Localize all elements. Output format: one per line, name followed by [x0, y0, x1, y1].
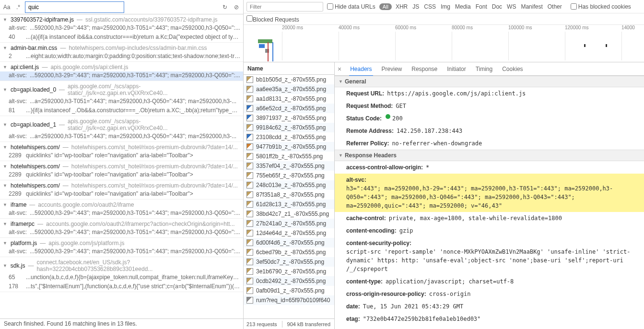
tab-headers[interactable]: Headers: [349, 63, 373, 76]
request-row[interactable]: 755eb65f_z_-870x555.png: [244, 171, 334, 180]
request-row[interactable]: 87f351a8_z_-870x555.png: [244, 190, 334, 200]
result-line[interactable]: alt-svc:...592000,h3-29=":443"; ma=25920…: [0, 228, 243, 237]
requests-header[interactable]: Name: [244, 62, 334, 75]
result-file-header[interactable]: ▼api:client.js—apis.google.com/js/api:cl…: [0, 62, 243, 71]
filter-type-ws[interactable]: WS: [507, 3, 516, 10]
result-line[interactable]: alt-svc:...592000,h3-29=":443"; ma=25920…: [0, 247, 243, 257]
filter-input[interactable]: [246, 2, 323, 12]
request-row[interactable]: 99184c62_z_-870x555.png: [244, 123, 334, 132]
section-response-headers[interactable]: ▼Response Headers: [335, 150, 644, 161]
file-icon: [246, 249, 253, 256]
filter-bar-2: Blocked Requests: [244, 13, 644, 25]
file-icon: [246, 172, 253, 179]
requests-list: Name bb1b505d_z_-870x555.pngaa6ee35a_z_-…: [244, 62, 335, 329]
request-row[interactable]: 6d00f4d6_z_-870x555.png: [244, 238, 334, 247]
request-row[interactable]: 0cdb2492_z_-870x555.png: [244, 276, 334, 286]
clear-icon[interactable]: ⊘: [232, 2, 241, 12]
filter-type-doc[interactable]: Doc: [492, 3, 502, 10]
request-row[interactable]: 38971937_z_-870x555.png: [244, 113, 334, 123]
request-row[interactable]: 0afb09d1_z_-870x555.png: [244, 286, 334, 295]
request-row[interactable]: 12d4e64d_z_-870x555.png: [244, 228, 334, 238]
hide-data-urls[interactable]: Hide data URLs: [327, 3, 375, 10]
file-icon: [246, 201, 253, 208]
file-icon: [246, 143, 253, 150]
has-blocked-cookies[interactable]: Has blocked cookies: [571, 3, 631, 10]
request-row[interactable]: 6cbed79b_z_-870x555.png: [244, 247, 334, 257]
filter-type-img[interactable]: Img: [441, 3, 450, 10]
case-sensitive-toggle[interactable]: Aa: [2, 2, 12, 12]
result-file-header[interactable]: ▼hotelwhispers.com/—hotelwhispers.com/st…: [0, 142, 243, 152]
details-tabs: × HeadersPreviewResponseInitiatorTimingC…: [335, 62, 644, 76]
request-row[interactable]: 5801ff2b_z_-870x555.png: [244, 152, 334, 161]
tab-cookies[interactable]: Cookies: [501, 63, 524, 75]
result-file-header[interactable]: ▼admin-bar.min.css—hotelwhispers.com/wp-…: [0, 43, 243, 52]
result-file-header[interactable]: ▼sdk.js—connect.facebook.net/en_US/sdk.j…: [0, 257, 243, 273]
timeline-tick: 120000 ms: [565, 25, 588, 30]
result-line[interactable]: 40...(a){if(a instanceof ib&&a.construct…: [0, 33, 243, 42]
result-line[interactable]: 178...ts",["$InternalEnum"],(function(a,…: [0, 282, 243, 292]
timeline-tick: 14000: [621, 25, 635, 30]
regex-toggle[interactable]: .*: [13, 2, 23, 12]
filter-type-js[interactable]: JS: [412, 3, 419, 10]
timeline[interactable]: 20000 ms40000 ms60000 ms80000 ms100000 m…: [244, 25, 644, 62]
filter-type-font[interactable]: Font: [476, 3, 487, 10]
file-icon: [246, 182, 253, 188]
request-row[interactable]: 248c013e_z_-870x555.png: [244, 180, 334, 190]
result-file-header[interactable]: ▼iframe—accounts.google.com/o/oauth2/ifr…: [0, 200, 243, 209]
tab-preview[interactable]: Preview: [381, 63, 403, 75]
filter-all[interactable]: All: [379, 3, 392, 10]
result-line[interactable]: alt-svc:...a=2592000,h3-T051=":443"; ma=…: [0, 97, 243, 106]
request-row[interactable]: 23108cdd_z_-870x555.png: [244, 132, 334, 142]
file-icon: [246, 134, 253, 141]
request-row[interactable]: 3357ef04_z_-870x555.png: [244, 161, 334, 171]
result-file-header[interactable]: ▼hotelwhispers.com/—hotelwhispers.com/st…: [0, 180, 243, 190]
request-row[interactable]: a66e52cd_z_-870x555.png: [244, 104, 334, 113]
result-file-header[interactable]: ▼platform.js—apis.google.com/js/platform…: [0, 238, 243, 247]
result-line[interactable]: 2...eight:auto;width:auto;margin:0;paddi…: [0, 52, 243, 61]
request-row[interactable]: rum?req_id=65f97b0109f640: [244, 295, 334, 305]
search-input[interactable]: [25, 1, 124, 13]
tab-response[interactable]: Response: [410, 63, 438, 75]
result-line[interactable]: 2289quicklinks" id="wp-toolbar" role="na…: [0, 152, 243, 161]
tab-initiator[interactable]: Initiator: [446, 63, 467, 75]
result-line[interactable]: alt-svc:...592000,h3-29=":443"; ma=25920…: [0, 24, 243, 33]
request-row[interactable]: aa1d8131_z_-870x555.png: [244, 94, 334, 104]
request-row[interactable]: 61d28c13_z_-870x555.png: [244, 200, 334, 209]
refresh-icon[interactable]: ↻: [220, 2, 230, 12]
blocked-requests[interactable]: Blocked Requests: [246, 15, 299, 23]
result-line[interactable]: alt-svc:...592000,h3-29=":443"; ma=25920…: [0, 71, 243, 81]
result-line[interactable]: alt-svc:...a=2592000,h3-T051=":443"; ma=…: [0, 132, 243, 141]
file-icon: [246, 86, 253, 93]
result-line[interactable]: 2289quicklinks" id="wp-toolbar" role="na…: [0, 190, 243, 199]
result-line[interactable]: alt-svc:...592000,h3-29=":443"; ma=25920…: [0, 209, 243, 218]
requests-footer: 213 requests904 kB transferred: [244, 318, 334, 329]
result-line[interactable]: 2289quicklinks" id="wp-toolbar" role="na…: [0, 171, 243, 180]
request-row[interactable]: 3ef50dc7_z_-870x555.png: [244, 257, 334, 267]
result-file-header[interactable]: ▼cb=gapi.loaded_0—apis.google.com/_/scs/…: [0, 81, 243, 97]
result-file-header[interactable]: ▼cb=gapi.loaded_1—apis.google.com/_/scs/…: [0, 116, 243, 132]
result-file-header[interactable]: ▼iframerpc—accounts.google.com/o/oauth2/…: [0, 219, 243, 228]
filter-type-xhr[interactable]: XHR: [396, 3, 408, 10]
result-line[interactable]: 65...unction(a,b,c,d,e,f){b={ajaxpipe_to…: [0, 273, 243, 282]
close-icon[interactable]: ×: [338, 65, 341, 73]
request-row[interactable]: 38bd42c7_z1_-870x555.png: [244, 209, 334, 219]
filter-type-css[interactable]: CSS: [424, 3, 436, 10]
filter-type-other[interactable]: Other: [548, 3, 562, 10]
status-bar: Search finished. Found 16 matching lines…: [0, 318, 243, 329]
request-row[interactable]: 27b241a0_z_-870x555.png: [244, 219, 334, 228]
result-file-header[interactable]: ▼3397603572-idpiframe.js—ssl.gstatic.com…: [0, 14, 243, 24]
section-general[interactable]: ▼General: [335, 76, 644, 87]
result-line[interactable]: 81...){if(a instanceof _.Ob&&a.construct…: [0, 106, 243, 116]
result-file-header[interactable]: ▼hotelwhispers.com/—hotelwhispers.com/st…: [0, 161, 243, 171]
timeline-tick: 20000 ms: [282, 25, 303, 30]
request-row[interactable]: bb1b505d_z_-870x555.png: [244, 75, 334, 84]
file-icon: [246, 297, 253, 304]
file-icon: [246, 230, 253, 236]
filter-type-manifest[interactable]: Manifest: [521, 3, 542, 10]
request-row[interactable]: 3e1b6790_z_-870x555.png: [244, 267, 334, 276]
request-row[interactable]: aa6ee35a_z_-870x555.png: [244, 84, 334, 94]
status-dot-icon: [386, 114, 390, 119]
filter-type-media[interactable]: Media: [455, 3, 471, 10]
tab-timing[interactable]: Timing: [475, 63, 494, 75]
request-row[interactable]: 9477b91b_z_-870x555.png: [244, 142, 334, 152]
